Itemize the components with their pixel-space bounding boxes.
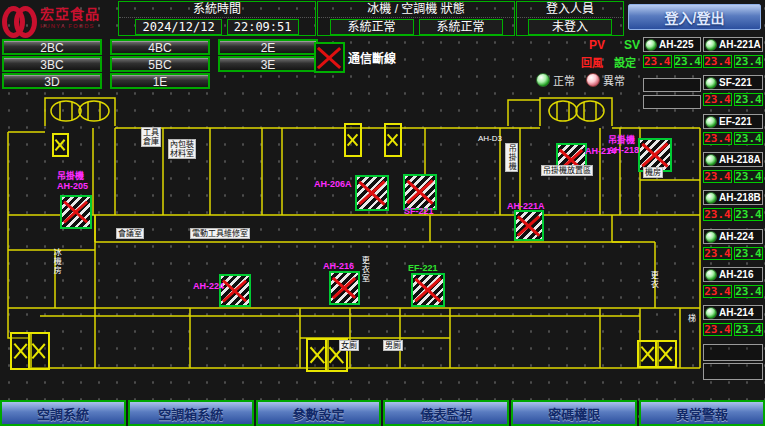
login-logout-button[interactable]: 登入/登出 [628, 4, 761, 30]
empty-device-slot-left-0 [643, 78, 701, 92]
device-lamp-icon [705, 154, 717, 166]
device-lamp-icon [705, 116, 717, 128]
device-values-AH-214: 23.423.4 [703, 323, 763, 336]
room-label-7: 機房 [643, 167, 663, 178]
login-user-value: 未登入 [528, 19, 612, 35]
device-right-AH-216[interactable]: AH-216 [703, 267, 763, 282]
device-name-label: EF-221 [719, 116, 752, 127]
brand-name: 宏亞食品 [40, 7, 100, 21]
nav-button-1[interactable]: 空調箱系統 [128, 400, 254, 426]
device-right-AH-218B[interactable]: AH-218B [703, 190, 763, 205]
device-right-AH-221A[interactable]: AH-221A [703, 37, 763, 52]
nav-button-3[interactable]: 儀表監視 [383, 400, 509, 426]
machine-status-title: 冰機 / 空調機 狀態 [318, 2, 514, 18]
device-values-AH-224: 23.423.4 [703, 247, 763, 260]
device-name-label: AH-224 [719, 231, 753, 242]
system-date-value: 2024/12/12 [135, 19, 221, 35]
device-values-AH-221A: 23.423.4 [703, 55, 763, 68]
device-lamp-icon [645, 39, 657, 51]
device-values-AH-218B: 23.423.4 [703, 208, 763, 221]
empty-device-slot-right-1 [703, 363, 763, 380]
equipment-label-6: AH-224 [193, 282, 224, 292]
offline-equipment-box-1[interactable] [355, 175, 389, 211]
normal-label: 正常 [553, 72, 575, 88]
room-label-5: 電動工具維修室 [190, 228, 250, 239]
floor-button-1e[interactable]: 1E [110, 73, 210, 89]
machine-status-value-1: 系統正常 [419, 19, 503, 35]
pv-header: PV [589, 38, 605, 52]
floor-button-2e[interactable]: 2E [218, 39, 318, 55]
device-name-label: AH-218B [719, 192, 761, 203]
device-pv-value: 23.4 [703, 323, 732, 336]
room-label-11: 男廁 [383, 340, 403, 351]
floor-button-5bc[interactable]: 5BC [110, 56, 210, 72]
floor-button-2bc[interactable]: 2BC [2, 39, 102, 55]
nav-button-4[interactable]: 密碼權限 [511, 400, 637, 426]
stair-elevator-icon-4 [28, 332, 50, 370]
floor-button-3e[interactable]: 3E [218, 56, 318, 72]
offline-equipment-box-0[interactable] [60, 195, 92, 229]
login-user-title: 登入人員 [517, 2, 623, 18]
equipment-label-2: SF-221 [404, 207, 434, 217]
equipment-label-0: 吊掛機 AH-205 [57, 172, 88, 192]
device-pv-value: 23.4 [703, 170, 732, 183]
abnormal-label: 異常 [603, 72, 625, 88]
device-right-AH-214[interactable]: AH-214 [703, 305, 763, 320]
comm-lost-label: 通信斷線 [348, 49, 396, 66]
offline-equipment-box-8[interactable] [411, 273, 445, 307]
equipment-label-8: EF-221 [408, 264, 438, 274]
pv-name-label: 回風 [581, 54, 603, 70]
room-label-1: 內包裝 材料室 [168, 139, 196, 159]
device-sv-value: 23.4 [734, 247, 763, 260]
floor-selector: 2BC4BC2E3BC5BC3E3D1E [2, 39, 332, 90]
hunya-logo-icon [2, 4, 36, 32]
bottom-nav: 空調系統空調箱系統參數設定儀表監視密碼權限異常警報 [0, 400, 765, 426]
room-label-2: AH-D3 [478, 134, 502, 143]
stair-elevator-icon-8 [655, 340, 677, 368]
device-right-SF-221[interactable]: SF-221 [703, 75, 763, 90]
device-name-label: SF-221 [719, 77, 752, 88]
scada-hvac-screen: 宏亞食品 HUNYA FOODS 系統時間 2024/12/12 22:09:5… [0, 0, 765, 426]
stair-elevator-icon-1 [344, 123, 362, 157]
comm-lost-icon [314, 42, 345, 73]
device-sv-value: 23.4 [734, 55, 763, 68]
device-pv-value: 23.4 [703, 93, 732, 106]
device-right-AH-218A[interactable]: AH-218A [703, 152, 763, 167]
device-left-AH-225[interactable]: AH-225 [643, 37, 701, 52]
device-pv-value: 23.4 [643, 55, 672, 68]
machine-status-panel: 冰機 / 空調機 狀態 系統正常系統正常 [317, 1, 515, 36]
device-values-AH-225: 23.423.4 [643, 55, 701, 68]
device-right-EF-221[interactable]: EF-221 [703, 114, 763, 129]
floor-button-4bc[interactable]: 4BC [110, 39, 210, 55]
offline-equipment-box-5[interactable] [514, 210, 544, 241]
floor-button-3d[interactable]: 3D [2, 73, 102, 89]
device-values-EF-221: 23.423.4 [703, 132, 763, 145]
nav-button-5[interactable]: 異常警報 [639, 400, 765, 426]
system-time-panel: 系統時間 2024/12/12 22:09:51 [118, 1, 316, 36]
device-sv-value: 23.4 [734, 285, 763, 298]
system-clock-value: 22:09:51 [227, 19, 299, 35]
offline-equipment-box-2[interactable] [403, 174, 437, 210]
machine-status-value-0: 系統正常 [330, 19, 414, 35]
offline-equipment-box-7[interactable] [329, 271, 360, 305]
sv-header: SV [624, 38, 640, 52]
device-right-AH-224[interactable]: AH-224 [703, 229, 763, 244]
room-label-3: 吊掛機 [505, 143, 518, 172]
nav-button-0[interactable]: 空調系統 [0, 400, 126, 426]
nav-button-2[interactable]: 參數設定 [256, 400, 382, 426]
floor-button-3bc[interactable]: 3BC [2, 56, 102, 72]
room-label-9: 冰機房 [52, 248, 61, 275]
stair-elevator-icon-0 [52, 133, 69, 157]
device-pv-value: 23.4 [703, 132, 732, 145]
equipment-label-4: 吊掛機 AH-218 [608, 136, 639, 156]
room-label-8: 更衣室 [360, 256, 369, 283]
device-name-label: AH-225 [659, 39, 693, 50]
device-name-label: AH-221A [719, 39, 761, 50]
device-name-label: AH-214 [719, 307, 753, 318]
room-label-6: 吊掛機放置區 [541, 165, 593, 176]
device-pv-value: 23.4 [703, 55, 732, 68]
device-sv-value: 23.4 [734, 208, 763, 221]
device-pv-value: 23.4 [703, 208, 732, 221]
device-sv-value: 23.4 [674, 55, 703, 68]
abnormal-lamp-icon [586, 73, 600, 87]
